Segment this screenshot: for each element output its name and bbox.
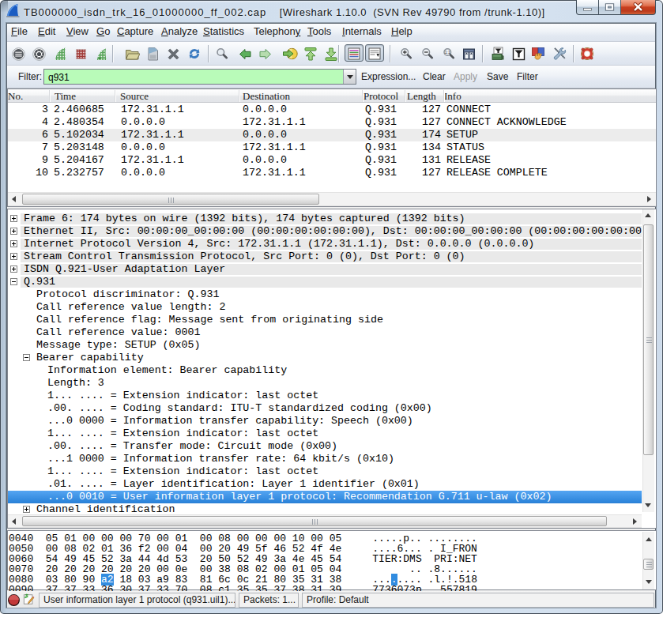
svg-text:1:1: 1:1 (445, 50, 450, 55)
